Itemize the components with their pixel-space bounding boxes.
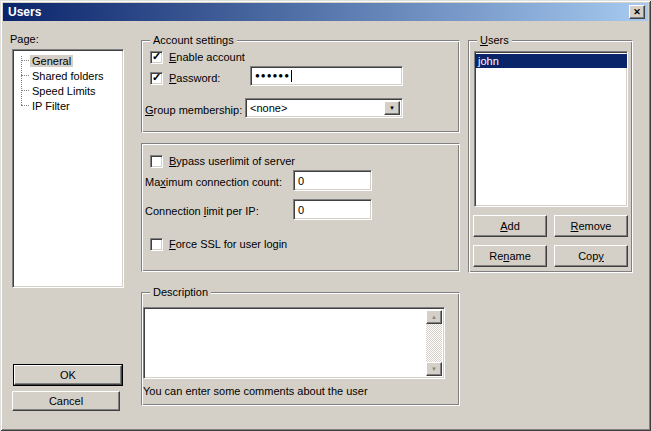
force-ssl-label[interactable]: Force SSL for user login <box>169 238 287 251</box>
copy-button-label: Copy <box>578 250 604 262</box>
users-list[interactable]: john <box>474 51 628 207</box>
rename-button-label: Rename <box>489 250 531 262</box>
add-button[interactable]: Add <box>473 215 547 237</box>
enable-account-checkbox[interactable]: ✓ <box>150 51 163 64</box>
tree-item-speed-limits[interactable]: Speed Limits <box>13 83 123 98</box>
bypass-userlimit-label[interactable]: Bypass userlimit of server <box>169 155 295 168</box>
copy-button[interactable]: Copy <box>554 245 628 267</box>
cancel-button[interactable]: Cancel <box>12 391 120 411</box>
page-tree[interactable]: General Shared folders Speed Limits IP F… <box>12 49 124 288</box>
group-description-title: Description <box>150 286 211 299</box>
ip-limit-input[interactable]: 0 <box>293 199 372 220</box>
description-scrollbar[interactable]: ▲ ▼ <box>426 310 442 376</box>
close-button[interactable]: ✕ <box>629 5 645 19</box>
group-membership-select[interactable]: <none> ▼ <box>245 98 403 118</box>
max-connections-input[interactable]: 0 <box>293 170 372 191</box>
password-label[interactable]: Password: <box>169 72 220 85</box>
tree-item-shared-folders[interactable]: Shared folders <box>13 68 123 83</box>
password-input[interactable]: ●●●●●● <box>250 66 403 86</box>
group-membership-label: Group membership: <box>145 104 242 117</box>
scroll-down-icon[interactable]: ▼ <box>426 362 442 376</box>
close-icon: ✕ <box>633 7 641 17</box>
ip-limit-value: 0 <box>298 204 304 216</box>
force-ssl-checkbox[interactable]: ✓ <box>150 238 163 251</box>
scroll-up-icon[interactable]: ▲ <box>426 310 442 324</box>
max-connections-label: Maximum connection count: <box>145 176 282 189</box>
users-dialog: Users ✕ Page: General Shared folders Spe… <box>0 0 651 431</box>
rename-button[interactable]: Rename <box>473 245 547 267</box>
tree-item-ip-filter[interactable]: IP Filter <box>13 98 123 113</box>
remove-button-label: Remove <box>571 220 612 232</box>
tree-item-label: Speed Limits <box>30 85 98 97</box>
text-caret <box>291 70 292 82</box>
ok-button[interactable]: OK <box>14 365 122 385</box>
titlebar[interactable]: Users <box>3 3 648 21</box>
password-checkbox[interactable]: ✓ <box>150 72 163 85</box>
bypass-userlimit-checkbox[interactable]: ✓ <box>150 155 163 168</box>
checkmark-icon: ✓ <box>152 50 161 63</box>
add-button-label: Add <box>500 220 520 232</box>
dropdown-arrow-icon[interactable]: ▼ <box>384 101 400 115</box>
checkmark-icon: ✓ <box>152 71 161 84</box>
page-label: Page: <box>10 33 39 46</box>
user-name: john <box>478 55 499 67</box>
ok-button-label: OK <box>60 369 76 381</box>
description-textarea[interactable]: ▲ ▼ <box>143 307 445 379</box>
group-membership-value: <none> <box>250 102 287 114</box>
ip-limit-label: Connection limit per IP: <box>145 205 259 218</box>
remove-button[interactable]: Remove <box>554 215 628 237</box>
tree-item-label: General <box>30 55 73 67</box>
max-connections-value: 0 <box>298 175 304 187</box>
scrollbar-track[interactable] <box>426 324 442 362</box>
group-users-title: Users <box>477 34 512 47</box>
tree-item-general[interactable]: General <box>13 53 123 68</box>
group-account-settings-title: Account settings <box>150 34 237 47</box>
window-title: Users <box>8 5 41 19</box>
enable-account-label[interactable]: Enable account <box>169 51 245 64</box>
tree-item-label: Shared folders <box>30 70 106 82</box>
tree-item-label: IP Filter <box>30 100 72 112</box>
cancel-button-label: Cancel <box>49 395 83 407</box>
password-masked-value: ●●●●●● <box>255 71 290 81</box>
user-list-item[interactable]: john <box>475 54 627 68</box>
description-hint: You can enter some comments about the us… <box>143 385 368 398</box>
